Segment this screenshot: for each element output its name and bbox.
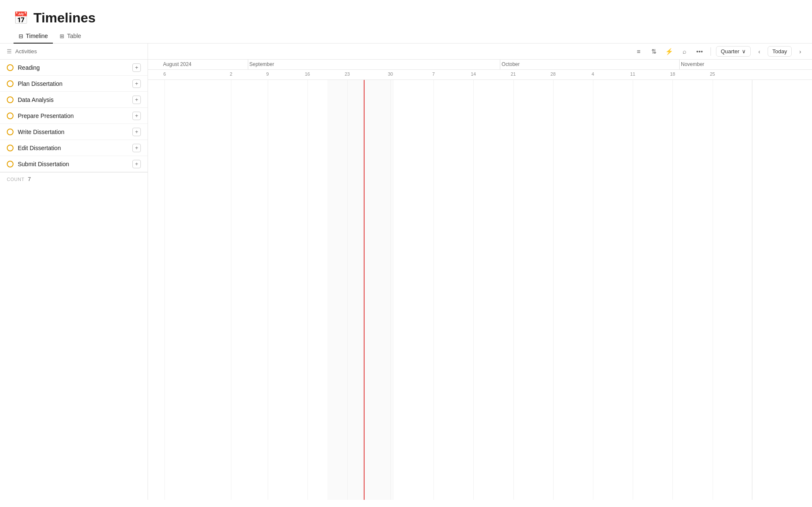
search-icon: ⌕ bbox=[683, 48, 686, 55]
grid-line-8 bbox=[513, 80, 514, 500]
filter-icon: ≡ bbox=[637, 48, 641, 55]
grid-line-0 bbox=[165, 80, 165, 500]
date-label-12: 18 bbox=[670, 71, 675, 77]
next-icon: › bbox=[799, 48, 801, 55]
quarter-label: Quarter bbox=[721, 48, 739, 55]
app-container: 📅 Timelines ⊟ Timeline ⊞ Table ☰ Activit… bbox=[0, 0, 812, 507]
task-row-4[interactable]: Prepare Presentation + bbox=[0, 108, 148, 124]
more-icon: ••• bbox=[696, 48, 703, 55]
sidebar: ☰ Activities Reading + Plan Dissertation… bbox=[0, 44, 148, 500]
task-circle bbox=[7, 64, 14, 71]
task-circle bbox=[7, 129, 14, 135]
chevron-down-icon: ∨ bbox=[742, 48, 746, 55]
date-label-7: 14 bbox=[471, 71, 476, 77]
grid-line-5 bbox=[390, 80, 391, 500]
task-circle bbox=[7, 80, 14, 87]
filter-button[interactable]: ≡ bbox=[633, 46, 645, 58]
tab-timeline[interactable]: ⊟ Timeline bbox=[14, 29, 53, 44]
tab-table-label: Table bbox=[67, 33, 81, 39]
task-row-2[interactable]: Plan Dissertation + bbox=[0, 76, 148, 92]
prev-nav-button[interactable]: ‹ bbox=[754, 47, 764, 57]
grid-line-6 bbox=[433, 80, 434, 500]
add-task-button[interactable]: + bbox=[132, 160, 141, 168]
grid-line-4 bbox=[347, 80, 348, 500]
month-separator-2 bbox=[500, 60, 500, 69]
calendar-dates-row: 62916233071421284111825 bbox=[148, 70, 812, 80]
count-value: 7 bbox=[28, 176, 31, 182]
grid-line-13 bbox=[713, 80, 713, 500]
task-row-7[interactable]: Submit Dissertation + bbox=[0, 156, 148, 172]
today-button[interactable]: Today bbox=[768, 46, 792, 57]
add-task-button[interactable]: + bbox=[132, 63, 141, 72]
lightning-button[interactable]: ⚡ bbox=[663, 46, 675, 58]
date-label-2: 9 bbox=[266, 71, 269, 77]
date-label-10: 4 bbox=[592, 71, 594, 77]
tab-table[interactable]: ⊞ Table bbox=[55, 29, 86, 44]
grid-line-2 bbox=[268, 80, 268, 500]
task-circle bbox=[7, 96, 14, 103]
sidebar-header: ☰ Activities bbox=[0, 44, 148, 60]
month-label-0: August 2024 bbox=[161, 61, 191, 67]
calendar-area: ≡ ⇅ ⚡ ⌕ ••• Quarter ∨ bbox=[148, 44, 812, 500]
month-label-1: September bbox=[248, 61, 274, 67]
quarter-selector[interactable]: Quarter ∨ bbox=[716, 46, 751, 57]
sort-icon: ⇅ bbox=[651, 48, 657, 55]
add-task-button[interactable]: + bbox=[132, 128, 141, 136]
grid-line-12 bbox=[672, 80, 673, 500]
grid-line-11 bbox=[633, 80, 633, 500]
add-task-button[interactable]: + bbox=[132, 144, 141, 152]
tabs-bar: ⊟ Timeline ⊞ Table bbox=[0, 29, 812, 44]
task-label: Write Dissertation bbox=[18, 129, 132, 135]
add-task-button[interactable]: + bbox=[132, 112, 141, 120]
count-label: COUNT bbox=[7, 177, 25, 182]
app-icon: 📅 bbox=[14, 11, 28, 25]
prev-icon: ‹ bbox=[758, 48, 760, 55]
date-label-3: 16 bbox=[305, 71, 310, 77]
grid-line-1 bbox=[231, 80, 231, 500]
task-circle bbox=[7, 112, 14, 119]
search-button[interactable]: ⌕ bbox=[678, 46, 690, 58]
task-label: Submit Dissertation bbox=[18, 161, 132, 167]
date-label-5: 30 bbox=[388, 71, 393, 77]
calendar-grid: 25 bbox=[148, 80, 812, 500]
highlight-region bbox=[327, 80, 394, 500]
add-task-button[interactable]: + bbox=[132, 96, 141, 104]
task-label: Plan Dissertation bbox=[18, 80, 132, 87]
task-row-3[interactable]: Data Analysis + bbox=[0, 92, 148, 108]
date-label-9: 28 bbox=[551, 71, 556, 77]
task-label: Prepare Presentation bbox=[18, 112, 132, 119]
table-tab-icon: ⊞ bbox=[60, 33, 64, 39]
task-circle bbox=[7, 161, 14, 167]
month-label-2: October bbox=[500, 61, 520, 67]
next-nav-button[interactable]: › bbox=[795, 47, 805, 57]
today-marker: 25 bbox=[364, 80, 365, 500]
today-label: Today bbox=[772, 48, 787, 55]
month-separator-3 bbox=[679, 60, 680, 69]
tab-timeline-label: Timeline bbox=[26, 33, 48, 39]
date-label-0: 6 bbox=[163, 71, 166, 77]
header: 📅 Timelines bbox=[0, 0, 812, 29]
task-label: Data Analysis bbox=[18, 96, 132, 103]
grid-line-7 bbox=[473, 80, 474, 500]
date-label-6: 7 bbox=[432, 71, 435, 77]
task-label: Reading bbox=[18, 64, 132, 71]
task-circle bbox=[7, 145, 14, 151]
grid-line-3 bbox=[307, 80, 308, 500]
grid-line-9 bbox=[553, 80, 554, 500]
month-separator-1 bbox=[248, 60, 248, 69]
app-title: Timelines bbox=[33, 10, 96, 26]
date-label-4: 23 bbox=[345, 71, 350, 77]
timeline-wrapper: ☰ Activities Reading + Plan Dissertation… bbox=[0, 44, 812, 500]
add-task-button[interactable]: + bbox=[132, 79, 141, 88]
task-row-5[interactable]: Write Dissertation + bbox=[0, 124, 148, 140]
sort-button[interactable]: ⇅ bbox=[648, 46, 660, 58]
calendar-topbar: ≡ ⇅ ⚡ ⌕ ••• Quarter ∨ bbox=[148, 44, 812, 60]
more-button[interactable]: ••• bbox=[694, 46, 705, 58]
lightning-icon: ⚡ bbox=[665, 48, 673, 55]
timeline-tab-icon: ⊟ bbox=[19, 33, 23, 39]
task-list: Reading + Plan Dissertation + Data Analy… bbox=[0, 60, 148, 172]
task-row-6[interactable]: Edit Dissertation + bbox=[0, 140, 148, 156]
sidebar-header-icon: ☰ bbox=[7, 48, 12, 55]
task-row-1[interactable]: Reading + bbox=[0, 60, 148, 76]
date-label-13: 25 bbox=[710, 71, 715, 77]
